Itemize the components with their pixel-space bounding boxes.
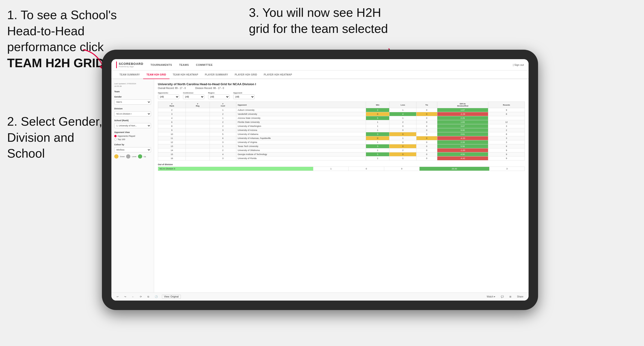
colour-by-select[interactable]: Win/loss: [114, 147, 151, 153]
nav-links: TOURNAMENTS TEAMS COMMITTEE: [150, 63, 212, 66]
cell-rounds: 9: [488, 148, 525, 153]
table-row: 2 1 Auburn University 2 1 0 1.67 9: [158, 108, 525, 112]
opponent-filter-select[interactable]: (All): [233, 94, 254, 99]
nav-committee[interactable]: COMMITTEE: [196, 63, 213, 66]
gender-label: Gender: [114, 96, 151, 98]
col-rounds: Rounds: [488, 102, 525, 108]
radio-top100[interactable]: Top 100: [114, 138, 151, 141]
cell-rank: 10: [158, 132, 186, 136]
filter-region: Region (All): [208, 92, 230, 99]
filter-opponent: Opponent (All): [233, 92, 254, 99]
conference-filter-select[interactable]: (All): [183, 94, 204, 99]
opponent-filter-label: Opponent: [233, 92, 254, 94]
table-row: 16 3 University of Florida 1 1 0 -4.42 9: [158, 157, 525, 161]
col-diff: Diff AvStrokes/Rnd: [437, 102, 488, 108]
cell-win: 5: [366, 153, 390, 157]
tab-team-h2h-heatmap[interactable]: TEAM H2H HEATMAP: [170, 71, 202, 79]
instruction-step3-text: 3. You will now see H2H grid for the tea…: [249, 6, 388, 35]
toolbar-clock[interactable]: 🕐: [153, 295, 159, 298]
cell-loss: 2: [390, 120, 416, 124]
cell-rounds: 3: [488, 140, 525, 144]
school-select[interactable]: 1. University of Nort...: [114, 123, 151, 128]
table-row: 4 1 Arizona State University 5 1 0 2.29: [158, 116, 525, 120]
table-row: 9 3 University of Arizona 1 0 0 9.00 2: [158, 128, 525, 132]
toolbar-grid[interactable]: ⊞: [508, 295, 513, 298]
tab-player-h2h-grid[interactable]: PLAYER H2H GRID: [231, 71, 260, 79]
cell-reg: [186, 108, 210, 112]
out-of-division-table: NCAA Division II 1 0 0 26.00 3: [158, 167, 525, 171]
region-filter-label: Region: [208, 92, 230, 94]
cell-conf: 2: [210, 148, 236, 153]
cell-reg: [186, 128, 210, 132]
toolbar-redo[interactable]: ↪: [123, 295, 128, 298]
toolbar-comment[interactable]: 💬: [500, 295, 505, 298]
main-content: Last Updated: 27/03/2024 16:55:38 Team G…: [112, 79, 528, 293]
nav-tournaments[interactable]: TOURNAMENTS: [150, 63, 172, 66]
cell-win: 1: [366, 140, 390, 144]
cell-conf: 4: [210, 153, 236, 157]
bottom-toolbar: ↩ ↪ ← ⟳ ⧉ 🕐 View: Original Watch ▾ 💬 ⊞ S…: [112, 293, 528, 301]
division-record: Division Record: 88 - 17 - 0: [195, 87, 224, 89]
cell-rounds: 9: [488, 108, 525, 112]
filter-opponents: Opponents: (All): [158, 92, 179, 99]
colour-by-label: Colour by: [114, 143, 151, 146]
nav-teams[interactable]: TEAMS: [179, 63, 189, 66]
cell-rounds: 8: [488, 132, 525, 136]
instruction-step1-text: 1. To see a School's Head-to-Head perfor…: [7, 8, 117, 54]
region-filter-select[interactable]: (All): [208, 94, 230, 99]
toolbar-copy[interactable]: ⧉: [146, 295, 150, 299]
logo-accent-bar: [116, 61, 117, 68]
cell-tie: 0: [416, 136, 437, 140]
cell-rank: 16: [158, 157, 186, 161]
out-div-label: NCAA Division II: [158, 167, 313, 171]
division-select[interactable]: NCAA Division I: [114, 111, 151, 116]
cell-conf: 3: [210, 140, 236, 144]
cell-loss: 0: [390, 153, 416, 157]
cell-rank: 2: [158, 108, 186, 112]
cell-conf: 3: [210, 157, 236, 161]
cell-reg: [186, 153, 210, 157]
opponent-view-group: Opponents Played Top 100: [114, 135, 151, 141]
cell-tie: 0: [416, 120, 437, 124]
out-of-division-label: Out of division: [158, 163, 525, 166]
opponents-filter-select[interactable]: (All): [158, 94, 179, 99]
cell-diff: -4.33: [437, 136, 488, 140]
cell-reg: [186, 116, 210, 120]
cell-conf: 2: [210, 120, 236, 124]
cell-diff: 1.83: [437, 120, 488, 124]
table-row: 10 5 University of Alabama 3 0 0 2.61 8: [158, 132, 525, 136]
table-row: 8 2 University of Washington 1 0 0 3.67 …: [158, 124, 525, 128]
opponents-filter-label: Opponents:: [158, 92, 179, 94]
toolbar-view-original[interactable]: View: Original: [162, 295, 181, 299]
cell-rounds: 8: [488, 112, 525, 116]
logo-text: SCOREBOARD: [119, 62, 144, 66]
table-row: 14 2 University of Oklahoma 1 2 0 -1.00 …: [158, 148, 525, 153]
out-div-rounds: 3: [489, 167, 524, 171]
instruction-step2-text: 2. Select Gender, Division and School: [7, 115, 102, 160]
toolbar-back[interactable]: ←: [130, 295, 136, 298]
color-up-label: Up: [144, 156, 146, 158]
toolbar-watch[interactable]: Watch ▾: [486, 295, 497, 298]
cell-diff: -1.00: [437, 148, 488, 153]
tab-team-h2h-grid[interactable]: TEAM H2H GRID: [143, 71, 170, 79]
cell-reg: [186, 120, 210, 124]
h2h-table: #Rank #Reg #Conf Opponent Win Loss Tie D…: [158, 102, 525, 161]
toolbar-refresh[interactable]: ⟳: [138, 295, 143, 298]
cell-opponent: University of Virginia: [236, 140, 366, 144]
gender-select[interactable]: Men's: [114, 99, 151, 105]
sub-nav: TEAM SUMMARY TEAM H2H GRID TEAM H2H HEAT…: [112, 71, 528, 79]
toolbar-share[interactable]: Share: [516, 295, 525, 298]
cell-rounds: 9: [488, 157, 525, 161]
radio-opponents-played[interactable]: Opponents Played: [114, 135, 151, 137]
toolbar-undo[interactable]: ↩: [115, 295, 120, 298]
tab-player-h2h-heatmap[interactable]: PLAYER H2H HEATMAP: [260, 71, 295, 79]
tablet-screen: SCOREBOARD Powered by clippi TOURNAMENTS…: [112, 59, 528, 301]
cell-tie: 0: [416, 140, 437, 144]
conference-filter-label: Conference: [183, 92, 204, 94]
cell-diff: -2.29: [437, 112, 488, 116]
tab-player-summary[interactable]: PLAYER SUMMARY: [202, 71, 231, 79]
tab-team-summary[interactable]: TEAM SUMMARY: [116, 71, 143, 79]
cell-loss: 0: [390, 124, 416, 128]
table-row: 3 2 Vanderbilt University 0 4 0 -2.29 8: [158, 112, 525, 116]
nav-sign-out[interactable]: | Sign out: [513, 63, 524, 66]
